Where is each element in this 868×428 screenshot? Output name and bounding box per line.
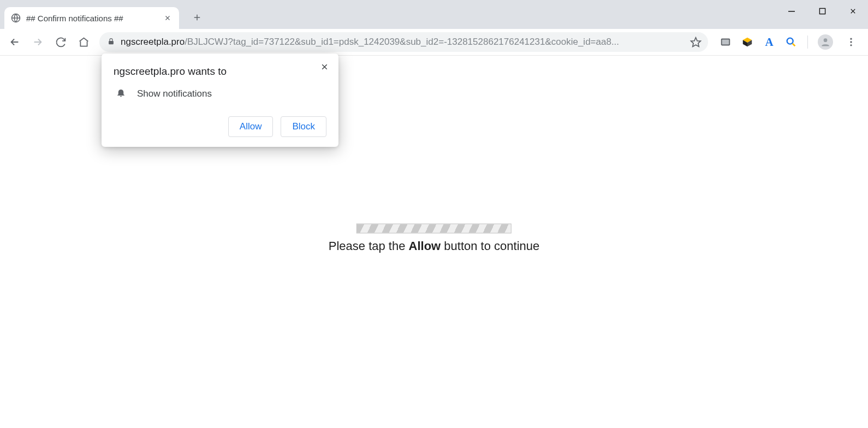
svg-marker-4 [691, 37, 700, 46]
bell-icon [116, 87, 126, 100]
kebab-menu-icon[interactable] [842, 33, 860, 51]
bookmark-star-icon[interactable] [687, 34, 704, 50]
popup-button-row: Allow Block [114, 116, 326, 137]
popup-permission-row: Show notifications [114, 87, 326, 100]
toolbar-divider [807, 35, 808, 49]
tab-strip: ## Confirm notifications ## [0, 0, 205, 29]
profile-avatar[interactable] [818, 34, 833, 50]
minimize-button[interactable] [776, 0, 807, 22]
svg-point-13 [850, 41, 852, 43]
globe-icon [11, 13, 21, 23]
search-extension-icon[interactable] [784, 35, 798, 49]
notification-permission-popup: ngscreetpla.pro wants to Show notificati… [102, 54, 338, 147]
browser-titlebar: ## Confirm notifications ## [0, 0, 868, 29]
url-path: /BJLJCWJ?tag_id=737122&sub_id1=pdsk_1242… [185, 37, 619, 47]
lock-icon [107, 37, 115, 47]
popup-permission-label: Show notifications [137, 88, 212, 99]
page-instruction-text: Please tap the Allow button to continue [329, 239, 539, 253]
svg-rect-2 [819, 8, 825, 14]
cube-extension-icon[interactable] [741, 35, 754, 49]
block-button[interactable]: Block [281, 116, 326, 137]
translate-extension-icon[interactable] [719, 35, 732, 49]
forward-button[interactable] [27, 32, 48, 52]
home-button[interactable] [73, 32, 94, 52]
svg-point-11 [824, 38, 828, 42]
url-text: ngscreetpla.pro/BJLJCWJ?tag_id=737122&su… [121, 37, 682, 47]
new-tab-button[interactable] [189, 9, 205, 26]
tab-title: ## Confirm notifications ## [26, 14, 157, 23]
address-bar[interactable]: ngscreetpla.pro/BJLJCWJ?tag_id=737122&su… [99, 32, 708, 52]
popup-title: ngscreetpla.pro wants to [114, 66, 326, 78]
fake-progress-bar [356, 224, 512, 234]
svg-point-12 [850, 38, 852, 40]
svg-rect-3 [109, 40, 114, 44]
back-button[interactable] [4, 32, 25, 52]
letter-a-extension-icon[interactable]: A [763, 35, 776, 49]
svg-point-14 [850, 44, 852, 46]
svg-rect-1 [788, 11, 795, 12]
url-domain: ngscreetpla.pro [121, 37, 185, 47]
reload-button[interactable] [50, 32, 71, 52]
svg-rect-6 [722, 39, 729, 44]
browser-toolbar: ngscreetpla.pro/BJLJCWJ?tag_id=737122&su… [0, 29, 868, 56]
close-tab-icon[interactable] [163, 13, 173, 23]
page-center-block: Please tap the Allow button to continue [329, 224, 539, 253]
popup-close-icon[interactable] [317, 59, 332, 74]
extension-icons: A [714, 33, 864, 51]
maximize-button[interactable] [807, 0, 837, 22]
window-controls [776, 0, 868, 22]
svg-point-10 [787, 38, 793, 44]
allow-button[interactable]: Allow [228, 116, 274, 137]
browser-tab[interactable]: ## Confirm notifications ## [4, 7, 179, 29]
window-close-button[interactable] [837, 0, 868, 22]
